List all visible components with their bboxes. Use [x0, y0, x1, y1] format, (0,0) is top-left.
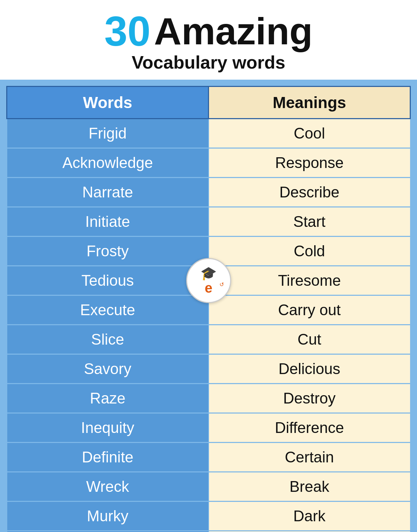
table-row: RazeDestroy [7, 384, 410, 413]
table-row: InequityDifference [7, 413, 410, 443]
meaning-cell: Certain [209, 443, 410, 472]
table-row: NarrateDescribe [7, 178, 410, 207]
meaning-cell: Cool [209, 119, 410, 148]
logo-badge: 🎓e↺ [186, 258, 231, 303]
meaning-cell: Weep [209, 531, 410, 532]
words-header: Words [7, 87, 209, 119]
meaning-cell: Cut [209, 325, 410, 354]
meaning-cell: Response [209, 148, 410, 178]
subtitle: Vocabulary words [132, 52, 285, 73]
meaning-cell: Tiresome [209, 266, 410, 295]
page-header: 30 Amazing Vocabulary words [0, 0, 417, 80]
meaning-cell: Carry out [209, 295, 410, 325]
word-cell: Sob [7, 531, 209, 532]
table-row: SavoryDelicious [7, 354, 410, 384]
word-cell: Wreck [7, 472, 209, 502]
table-row: AcknowledgeResponse [7, 148, 410, 178]
meaning-cell: Start [209, 207, 410, 237]
word-cell: Narrate [7, 178, 209, 207]
meaning-cell: Destroy [209, 384, 410, 413]
meaning-cell: Describe [209, 178, 410, 207]
word-cell: Frosty [7, 237, 209, 266]
meanings-header: Meanings [209, 87, 410, 119]
table-row: SliceCut [7, 325, 410, 354]
word-cell: Initiate [7, 207, 209, 237]
table-row: DefiniteCertain [7, 443, 410, 472]
vocab-table: Words Meanings FrigidCoolAcknowledgeResp… [6, 86, 411, 532]
table-row: FrigidCool [7, 119, 410, 148]
table-row: InitiateStart [7, 207, 410, 237]
meaning-cell: Cold [209, 237, 410, 266]
word-cell: Acknowledge [7, 148, 209, 178]
table-row: SobWeep [7, 531, 410, 532]
word-cell: Definite [7, 443, 209, 472]
meaning-cell: Delicious [209, 354, 410, 384]
meaning-cell: Difference [209, 413, 410, 443]
word-cell: Murky [7, 502, 209, 531]
meaning-cell: Break [209, 472, 410, 502]
title-number: 30 [105, 10, 151, 52]
word-cell: Tedious [7, 266, 209, 295]
word-cell: Savory [7, 354, 209, 384]
title-amazing: Amazing [154, 12, 312, 50]
word-cell: Inequity [7, 413, 209, 443]
title-row: 30 Amazing [105, 10, 313, 52]
table-container: Words Meanings FrigidCoolAcknowledgeResp… [0, 80, 417, 532]
table-row: WreckBreak [7, 472, 410, 502]
table-row: MurkyDark [7, 502, 410, 531]
word-cell: Execute [7, 295, 209, 325]
meaning-cell: Dark [209, 502, 410, 531]
word-cell: Raze [7, 384, 209, 413]
word-cell: Slice [7, 325, 209, 354]
word-cell: Frigid [7, 119, 209, 148]
